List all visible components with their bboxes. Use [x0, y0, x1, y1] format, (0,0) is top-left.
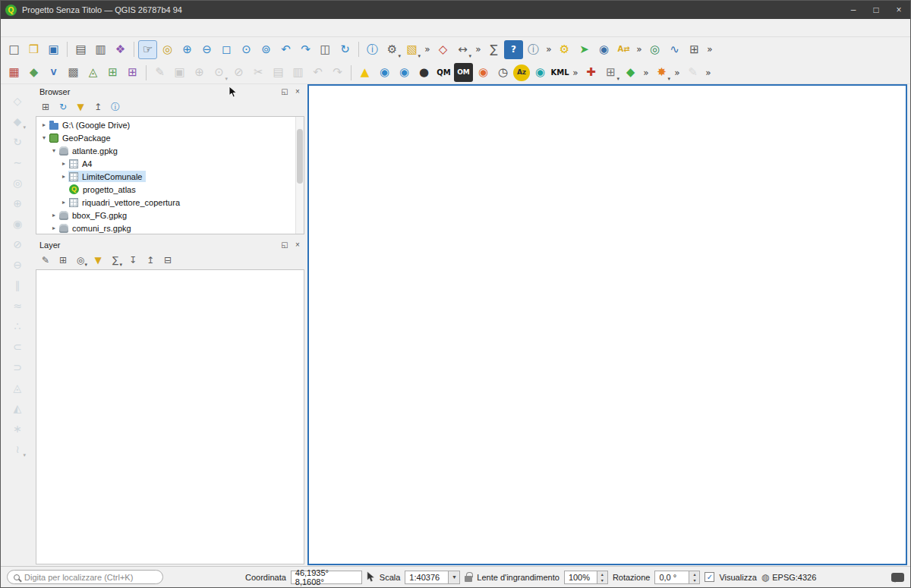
merge-features-tool-button[interactable]: ⊃	[8, 358, 27, 376]
layers-close-button[interactable]: ×	[292, 240, 303, 250]
scale-value-box[interactable]: 1:40376	[405, 571, 449, 584]
red-plugin-button[interactable]: ✚	[582, 63, 601, 82]
help-overflow-button[interactable]: »	[544, 40, 554, 59]
toggle-editing-button[interactable]: ✎	[150, 63, 169, 82]
menu-hcmgis[interactable]	[137, 26, 150, 30]
zoom-in-button[interactable]: ⊕	[178, 40, 197, 59]
browser-scrollbar-thumb[interactable]	[297, 129, 303, 184]
layers-list-empty[interactable]	[36, 269, 304, 564]
zoom-next-button[interactable]: ↷	[296, 40, 315, 59]
magnifier-spin-up[interactable]: ▴	[597, 571, 607, 577]
blue-circle-plugin-1-button[interactable]: ◉	[375, 63, 394, 82]
toolbar1-overflow-button[interactable]: »	[705, 40, 715, 59]
browser-item-atlante-gpkg[interactable]: ▾ atlante.gpkg	[36, 144, 304, 157]
browser-item-gdrive[interactable]: ▸ G:\ (Google Drive)	[36, 118, 304, 131]
zoom-to-selection-button[interactable]: ⊙	[237, 40, 256, 59]
extents-toggle-button[interactable]	[367, 571, 375, 583]
properties-widget-button[interactable]: ⓘ	[108, 99, 123, 115]
messages-balloon-icon[interactable]	[891, 573, 904, 582]
quickmapservices-button[interactable]: QM	[434, 63, 453, 82]
plugins-overflow-4-button[interactable]: »	[672, 63, 682, 82]
browser-item-riquadri-vettore-copertura[interactable]: ▸ riquadri_vettore_copertura	[36, 196, 304, 209]
tree-expander-icon[interactable]: ▸	[59, 173, 68, 180]
add-raster-layer-button[interactable]: ▩	[64, 63, 83, 82]
blue-circle-plugin-2-button[interactable]: ◉	[395, 63, 414, 82]
disabled-pencil-plugin-button[interactable]: ✎	[683, 63, 702, 82]
offset-curve-tool-button[interactable]: ∥	[8, 276, 27, 294]
delete-part-tool-button[interactable]: ⊖	[8, 256, 27, 274]
browser-item-limitecomunale[interactable]: ▸ LimiteComunale	[36, 170, 304, 183]
rotation-spin-up[interactable]: ▴	[689, 571, 699, 577]
whats-this-button[interactable]: ⓘ	[524, 40, 543, 59]
options-gear-button[interactable]: ⚙	[555, 40, 574, 59]
tree-expander-icon[interactable]: ▸	[49, 212, 58, 219]
scale-dropdown-arrow[interactable]: ▼	[449, 571, 460, 584]
plugins-overflow-1-button[interactable]: »	[634, 40, 645, 59]
minimize-button[interactable]: –	[842, 1, 865, 19]
browser-item-a4[interactable]: ▸ A4	[36, 157, 304, 170]
select-features-button[interactable]: ▧ ▾	[402, 40, 421, 59]
show-layout-manager-button[interactable]: ▥	[91, 40, 110, 59]
zoom-last-button[interactable]: ↶	[276, 40, 295, 59]
share-export-button[interactable]: ➤	[575, 40, 594, 59]
dark-binoculars-plugin-button[interactable]: ●	[415, 63, 433, 82]
add-selected-layers-button[interactable]: ⊞	[38, 99, 53, 115]
orange-pin-plugin-button[interactable]: ◉	[474, 63, 493, 82]
paste-features-button[interactable]: ▥	[288, 63, 307, 82]
statistical-summary-button[interactable]: ∑	[484, 40, 503, 59]
tree-expander-icon[interactable]: ▸	[59, 160, 68, 167]
undo-button[interactable]: ↶	[308, 63, 327, 82]
style-manager-button[interactable]: ❖	[111, 40, 130, 59]
new-geopackage-layer-button[interactable]: ⊞	[103, 63, 122, 82]
rotation-value-box[interactable]: 0,0 °	[654, 571, 689, 584]
profile-chart-button[interactable]: ∿	[665, 40, 684, 59]
plugins-overflow-2-button[interactable]: »	[570, 63, 581, 82]
orange-star-plugin-button[interactable]: ✸ ▾	[652, 63, 671, 82]
add-part-tool-button[interactable]: ⊕	[8, 194, 27, 212]
add-layout-button[interactable]: ⊞	[685, 40, 704, 59]
map-canvas[interactable]	[307, 84, 907, 565]
lock-scale-icon[interactable]	[465, 576, 472, 582]
add-vector-layer-button[interactable]: V	[44, 63, 63, 82]
menu-vettore[interactable]	[77, 26, 89, 30]
close-button[interactable]: ×	[887, 1, 910, 19]
filter-browser-button[interactable]: ▼	[73, 99, 88, 115]
expand-all-button[interactable]: ↧	[125, 253, 140, 268]
new-shapefile-layer-button[interactable]: ⊞	[123, 63, 142, 82]
pan-map-button[interactable]: ☞	[138, 40, 157, 59]
add-ring-tool-button[interactable]: ◎	[8, 174, 27, 192]
fill-ring-tool-button[interactable]: ◉	[8, 215, 27, 233]
simplify-feature-tool-button[interactable]: ∼	[8, 153, 27, 171]
menu-processing[interactable]	[150, 26, 162, 30]
translate-az-button[interactable]: A⇄	[614, 40, 633, 59]
coordinate-value-box[interactable]: 46,1935° 8,1608°	[291, 571, 362, 584]
metasearch-globe-button[interactable]: ◉	[594, 40, 613, 59]
redo-button[interactable]: ↷	[328, 63, 347, 82]
rotate-feature-tool-button[interactable]: ↻	[8, 133, 27, 151]
new-print-layout-button[interactable]: ▤	[71, 40, 90, 59]
add-feature-button[interactable]: ⊕	[190, 63, 209, 82]
menu-impostazioni[interactable]	[52, 26, 65, 30]
warning-triangle-icon-button[interactable]: ▲	[355, 63, 374, 82]
add-group-button[interactable]: ⊞	[55, 253, 71, 268]
run-feature-action-button[interactable]: ⚙ ▾	[383, 40, 402, 59]
browser-float-button[interactable]: ◱	[279, 86, 290, 97]
offset-point-symbol-tool-button[interactable]: ∗	[8, 420, 27, 438]
open-project-button[interactable]: ❒	[24, 40, 43, 59]
menu-guida[interactable]	[162, 26, 174, 30]
filter-legend-button[interactable]: ▼	[90, 253, 106, 268]
zoom-to-layers-button[interactable]: ⊚	[257, 40, 276, 59]
tree-expander-icon[interactable]: ▸	[59, 199, 68, 206]
menu-visualizza[interactable]	[28, 26, 40, 30]
locator-search-box[interactable]	[7, 570, 163, 584]
menu-database[interactable]	[101, 26, 113, 30]
maximize-button[interactable]: □	[865, 1, 887, 19]
tree-expander-icon[interactable]: ▾	[49, 147, 58, 154]
browser-item-geopackage[interactable]: ▾ GeoPackage	[36, 131, 304, 144]
menu-raster[interactable]	[89, 26, 101, 30]
render-checkbox[interactable]: ✓	[705, 572, 714, 582]
tree-expander-icon[interactable]: ▸	[49, 225, 58, 231]
add-mesh-layer-button[interactable]: ◬	[84, 63, 102, 82]
open-layer-styling-button[interactable]: ✎	[38, 253, 53, 268]
copy-move-feature-tool-button[interactable]: ◆ ▾	[8, 112, 27, 130]
